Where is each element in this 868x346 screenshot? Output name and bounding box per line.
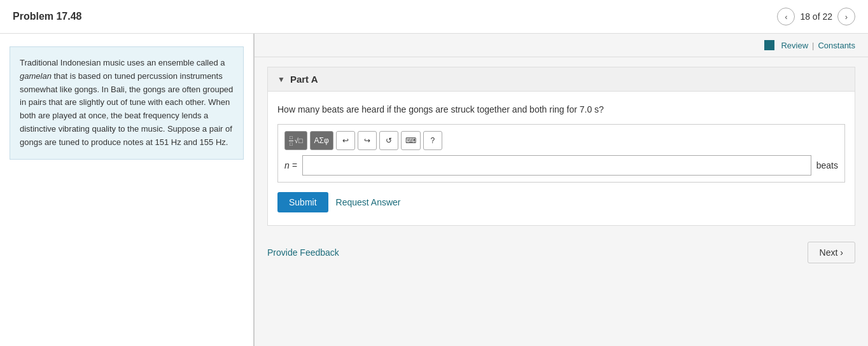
redo-button[interactable]: ↪ (358, 131, 377, 150)
collapse-arrow-icon[interactable]: ▼ (277, 75, 285, 84)
unit-label: beats (816, 160, 838, 170)
variable-label: n = (284, 160, 297, 170)
part-a-content: How many beats are heard if the gongs ar… (268, 92, 855, 225)
request-answer-link[interactable]: Request Answer (336, 197, 401, 207)
footer-bar: Provide Feedback Next › (255, 235, 868, 270)
math-input-box: □ □ √□ ΑΣφ ↩ ↪ ↺ ⌨ ? n = (277, 124, 845, 183)
review-icon (764, 40, 774, 50)
submit-button[interactable]: Submit (277, 192, 328, 212)
part-a-section: ▼ Part A How many beats are heard if the… (267, 67, 855, 226)
frac-sqrt-icon: □ □ (289, 135, 293, 147)
right-panel: Review | Constants ▼ Part A How many bea… (255, 34, 868, 346)
next-label: Next (820, 247, 838, 258)
next-button[interactable]: Next › (808, 242, 855, 263)
part-a-header: ▼ Part A (268, 67, 855, 92)
symbol-button[interactable]: ΑΣφ (310, 131, 333, 150)
nav-controls: ‹ 18 of 22 › (777, 8, 855, 25)
help-button[interactable]: ? (423, 131, 442, 150)
header: Problem 17.48 ‹ 18 of 22 › (0, 0, 868, 34)
next-nav-button[interactable]: › (837, 8, 855, 25)
left-panel: Traditional Indonesian music uses an ens… (0, 34, 255, 346)
problem-title: Problem 17.48 (13, 11, 82, 22)
keyboard-button[interactable]: ⌨ (401, 131, 421, 150)
fraction-sqrt-button[interactable]: □ □ √□ (284, 131, 307, 150)
next-arrow-icon: › (840, 247, 843, 258)
prev-button[interactable]: ‹ (777, 8, 795, 25)
reset-button[interactable]: ↺ (379, 131, 398, 150)
math-toolbar: □ □ √□ ΑΣφ ↩ ↪ ↺ ⌨ ? (284, 131, 838, 150)
review-link[interactable]: Review (781, 41, 808, 50)
top-bar: Review | Constants (255, 34, 868, 57)
main-layout: Traditional Indonesian music uses an ens… (0, 34, 868, 346)
answer-input[interactable] (302, 155, 811, 176)
action-buttons: Submit Request Answer (277, 192, 845, 212)
nav-position: 18 of 22 (800, 11, 832, 22)
divider: | (812, 41, 814, 50)
math-input-row: n = beats (284, 155, 838, 176)
problem-text: Traditional Indonesian music uses an ens… (10, 46, 244, 160)
undo-button[interactable]: ↩ (336, 131, 355, 150)
part-a-label: Part A (290, 74, 318, 85)
question-text: How many beats are heard if the gongs ar… (277, 104, 845, 114)
provide-feedback-link[interactable]: Provide Feedback (267, 247, 339, 258)
constants-link[interactable]: Constants (818, 41, 855, 50)
